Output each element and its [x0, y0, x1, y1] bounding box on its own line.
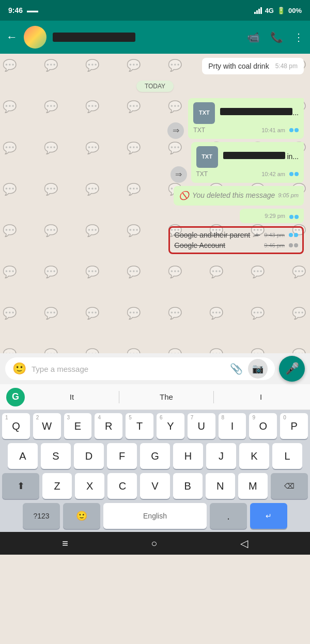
message-placeholder: Type a message [32, 365, 225, 373]
suggestion-it[interactable]: It [29, 392, 115, 401]
keyboard: G It The I 1Q 2W 3E 4R 5T 6Y 7U 8I 9O 0P… [0, 384, 310, 532]
file-name-2: in... [223, 152, 299, 162]
message-bubble-2[interactable]: TXT in... TXT 10:42 am [191, 142, 304, 183]
delete-key[interactable]: ⌫ [271, 473, 308, 499]
grammarly-icon[interactable]: G [6, 388, 25, 406]
network-type: 4G [265, 7, 274, 14]
file-type-icon-1: TXT [193, 102, 215, 124]
message-bubble-3: 🚫 You deleted this message 9:05 pm [174, 186, 304, 206]
key-u[interactable]: 7U [188, 413, 215, 439]
file-ext-2: TXT [196, 170, 208, 179]
message-bubble-5: Google and their parent ★ 9:43 pm [174, 231, 298, 239]
key-row-asdf: A S D F G H J K L [2, 443, 308, 469]
file-type-icon-2: TXT [196, 146, 218, 168]
keyboard-suggestions-row: G It The I [0, 384, 310, 410]
msg-time-4: 9:29 pm [265, 213, 285, 219]
suggestion-i[interactable]: I [218, 392, 304, 401]
bottom-nav: ≡ ○ ◁ [0, 532, 310, 555]
space-key[interactable]: English [103, 503, 207, 529]
key-row-bottom: ?123 🙂 English . ↵ [2, 503, 308, 529]
msg-row-1: ⇒ TXT ... TXT 10:41 am [6, 98, 304, 139]
key-w[interactable]: 2W [33, 413, 61, 439]
avatar[interactable] [24, 26, 47, 49]
contact-name-block[interactable] [53, 33, 241, 42]
key-s[interactable]: S [41, 443, 71, 469]
voice-call-icon[interactable]: 📞 [270, 31, 283, 43]
key-l[interactable]: L [272, 443, 302, 469]
key-x[interactable]: X [75, 473, 104, 499]
more-options-icon[interactable]: ⋮ [293, 31, 304, 43]
message-input-field[interactable]: 🙂 Type a message 📎 📷 [5, 357, 275, 380]
battery-level: 00% [288, 7, 302, 14]
msg-time-5: 9:43 pm [264, 232, 285, 238]
today-label: TODAY [136, 81, 174, 92]
suggestion-divider-2 [213, 391, 214, 403]
mic-button[interactable]: 🎤 [279, 356, 305, 382]
forward-icon-1[interactable]: ⇒ [167, 122, 184, 139]
key-e[interactable]: 3E [64, 413, 92, 439]
key-c[interactable]: C [107, 473, 137, 499]
sym-key[interactable]: ?123 [23, 503, 60, 529]
nav-home-button[interactable]: ○ [151, 538, 157, 549]
emoji-key[interactable]: 🙂 [63, 503, 100, 529]
message-input-bar: 🙂 Type a message 📎 📷 🎤 [0, 353, 310, 384]
status-time: 9:46 [8, 6, 23, 14]
camera-button[interactable]: 📷 [248, 359, 268, 379]
message-bubble-4: 9:29 pm [240, 209, 304, 223]
key-v[interactable]: V [140, 473, 169, 499]
message-bubble-1[interactable]: TXT ... TXT 10:41 am [188, 98, 304, 139]
preview-row: Prty with coal drink 5:48 pm [6, 58, 304, 74]
nav-back-button[interactable]: ◁ [240, 537, 248, 549]
msg-time-2: 10:42 am [261, 170, 285, 178]
suggestion-divider-1 [119, 391, 119, 403]
key-i[interactable]: 8I [219, 413, 246, 439]
key-o[interactable]: 9O [249, 413, 277, 439]
key-r[interactable]: 4R [95, 413, 122, 439]
mic-icon: 🎤 [285, 362, 299, 375]
nav-menu-button[interactable]: ≡ [62, 538, 68, 549]
back-button[interactable]: ← [6, 30, 18, 44]
key-z[interactable]: Z [42, 473, 72, 499]
key-a[interactable]: A [8, 443, 38, 469]
key-m[interactable]: M [238, 473, 268, 499]
key-t[interactable]: 5T [126, 413, 153, 439]
msg-row-3: 🚫 You deleted this message 9:05 pm [6, 186, 304, 206]
key-j[interactable]: J [206, 443, 236, 469]
file-name-1: ... [220, 108, 299, 118]
key-h[interactable]: H [173, 443, 203, 469]
tick-1 [289, 128, 299, 132]
tick-2 [289, 172, 299, 176]
status-bar: 9:46 ▬▬ 4G 🔋 00% [0, 0, 310, 21]
key-k[interactable]: K [239, 443, 269, 469]
emoji-button[interactable]: 🙂 [12, 362, 26, 375]
contact-name [53, 33, 135, 42]
forward-icon-2[interactable]: ⇒ [171, 166, 187, 183]
chat-header: ← 📹 📞 ⋮ [0, 21, 310, 54]
shift-key[interactable]: ⬆ [2, 473, 39, 499]
preview-bubble: Prty with coal drink 5:48 pm [202, 58, 304, 74]
key-rows: 1Q 2W 3E 4R 5T 6Y 7U 8I 9O 0P A S D F G … [0, 410, 310, 532]
header-action-icons: 📹 📞 ⋮ [247, 31, 304, 43]
signal-icon [254, 7, 262, 14]
period-key[interactable]: . [210, 503, 247, 529]
key-y[interactable]: 6Y [157, 413, 184, 439]
deleted-icon: 🚫 [179, 190, 189, 201]
msg-time-3: 9:05 pm [278, 192, 299, 199]
key-p[interactable]: 0P [280, 413, 308, 439]
key-n[interactable]: N [206, 473, 235, 499]
video-call-icon[interactable]: 📹 [247, 31, 260, 43]
highlighted-messages-box: Google and their parent ★ 9:43 pm Google… [168, 226, 304, 254]
msg-time-6: 9:46 pm [264, 242, 285, 248]
key-g[interactable]: G [140, 443, 170, 469]
tick-6 [289, 243, 298, 247]
chat-area: Prty with coal drink 5:48 pm TODAY ⇒ TXT… [0, 54, 310, 353]
key-f[interactable]: F [107, 443, 137, 469]
attach-button[interactable]: 📎 [230, 363, 243, 375]
key-b[interactable]: B [173, 473, 203, 499]
key-q[interactable]: 1Q [2, 413, 30, 439]
key-d[interactable]: D [74, 443, 104, 469]
tick-4 [289, 215, 299, 219]
suggestion-the[interactable]: The [123, 392, 209, 401]
msg-row-2: ⇒ TXT in... TXT 10:42 am [6, 142, 304, 183]
enter-key[interactable]: ↵ [250, 503, 287, 529]
